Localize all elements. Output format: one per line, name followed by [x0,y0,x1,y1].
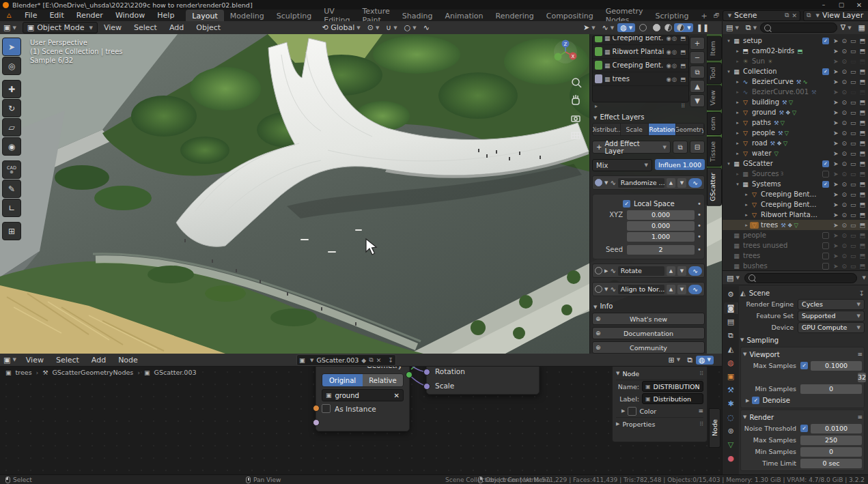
node-menu-item[interactable]: Node [112,356,144,365]
outliner-item-label[interactable]: Ribwort Plantain Big S [761,211,819,218]
disable-render-toggle-icon[interactable]: ⬒ [859,242,865,249]
disable-render-toggle-icon[interactable]: ⬒ [859,38,865,44]
xray-toggle[interactable]: ◍▼ [617,23,635,32]
outliner-search-input[interactable] [760,23,837,33]
view-layer[interactable]: ⧉ [724,330,738,341]
disable-render-toggle-icon[interactable]: ⬒ [859,171,865,177]
snapping-icon[interactable]: ⊞▼ [665,356,684,365]
disable-viewport-toggle-icon[interactable]: ▭ [850,212,856,218]
collection-checkbox[interactable] [822,232,829,239]
selectable-toggle-icon[interactable]: ➤ [833,109,839,116]
outliner-row[interactable]: road ⚒❖∿☀⬒▽ ➤ ⊙ ▭ ⬒ [723,138,868,148]
layer-expand-icon[interactable]: ▼ [604,287,608,292]
workspace-tab[interactable]: Compositing [540,10,600,21]
hide-viewport-toggle-icon[interactable]: ⊙ [841,222,847,229]
disclosure-icon[interactable] [734,79,741,85]
node-menu-item[interactable]: View [20,356,50,365]
viewport-menu-item[interactable]: Add [163,23,190,32]
cursor-tool[interactable]: ◎ [2,57,21,75]
disable-render-toggle-icon[interactable]: ⬒ [859,89,865,96]
effect-tab[interactable]: Distribut... [593,124,621,135]
new-collection-button[interactable]: ▦ [855,23,868,32]
disable-viewport-toggle-icon[interactable]: ▭ [850,242,856,249]
move-tool[interactable]: ✚ [2,80,21,98]
hide-viewport-toggle-icon[interactable]: ⊙ [841,58,847,65]
outliner-item-label[interactable]: trees [761,221,778,229]
selectable-toggle-icon[interactable]: ➤ [833,68,839,75]
outliner-item-label[interactable]: trees [743,252,760,259]
hide-viewport-toggle-icon[interactable]: ⊙ [841,48,847,55]
outliner-row[interactable]: Creeping Bentgrass Fi ⚒❖∿☀⬒▽ ➤ ⊙ ▭ ⬒ [723,199,868,210]
node-menu-item[interactable]: Add [85,356,112,365]
viewport-menu-item[interactable]: Select [128,23,163,32]
disable-viewport-toggle-icon[interactable]: ▭ [850,263,856,270]
disable-render-toggle-icon[interactable]: ⬒ [859,253,865,259]
disable-render-toggle-icon[interactable]: ⬒ [859,150,865,157]
noise-threshold-field[interactable]: 0.1000 [811,361,862,371]
disclosure-icon[interactable] [743,202,750,208]
system-name[interactable]: Creeping Bent... [613,35,664,42]
sidebar-tab[interactable]: osm [707,112,722,135]
rotate-tool[interactable]: ↻ [2,99,21,117]
denoise-expand-icon[interactable]: ▶ [746,398,749,403]
disable-render-toggle-icon[interactable]: ⬒ [859,119,865,126]
copy-layer-button[interactable]: ⧉ [673,141,688,154]
outliner-row[interactable]: bushes ⚒❖∿☀⬒▽ ➤ ⊙ ▭ ⬒ [723,261,868,270]
disable-viewport-toggle-icon[interactable]: ▭ [850,38,856,44]
outliner-item-label[interactable]: Creeping Bentgrass Fi [761,201,819,208]
selectable-toggle-icon[interactable]: ➤ [833,58,839,65]
noise-threshold-checkbox[interactable]: ✓ [800,425,808,432]
menu-item[interactable]: File [18,11,43,20]
workspace-tab[interactable]: Shading [396,10,439,21]
editor-type-button[interactable]: ▣▼ [0,23,20,32]
setting-dropdown[interactable]: Cycles▼ [798,299,865,310]
layer-expand-icon[interactable]: ▶ [604,268,608,274]
transform-tool[interactable]: ◉ [2,137,21,156]
menu-item[interactable]: Window [109,11,151,20]
properties-options-icon[interactable]: ▼ [863,275,866,281]
collection-checkbox[interactable] [822,160,829,167]
disable-viewport-toggle-icon[interactable]: ▭ [850,130,856,137]
outliner-item-label[interactable]: Systems [752,180,781,188]
outliner-editor-type-button[interactable]: ▤▼ [723,23,742,32]
info-link-button[interactable]: ⊕ What's new [592,313,705,325]
xyz-value-field[interactable]: 1.000 [627,232,695,242]
selectable-toggle-icon[interactable]: ➤ [833,89,839,96]
as-instance-checkbox[interactable] [322,404,331,413]
disable-viewport-toggle-icon[interactable]: ▭ [850,68,856,75]
preset-menu-icon[interactable]: ≡ [698,408,703,414]
selectable-toggle-icon[interactable]: ➤ [833,48,839,55]
scene[interactable]: ◭ [724,343,738,355]
select-box-tool[interactable]: ➤ [2,38,21,56]
collection-checkbox[interactable] [822,68,829,75]
layer-enable-toggle[interactable] [595,285,602,293]
disclosure-icon[interactable] [725,69,732,74]
shading-wireframe-button[interactable] [635,24,651,31]
effect-layers-header[interactable]: ▼Effect Layers [593,113,705,121]
outliner-item-label[interactable]: cam02-birds [752,47,794,55]
minimize-button[interactable]: – [815,1,832,8]
scene-copy-icon[interactable]: ⧉ [785,12,789,19]
outliner-item-label[interactable]: BezierCurve.001 [752,88,809,96]
sampling-panel-header[interactable]: ▼Sampling [740,334,865,345]
layer-name[interactable]: Randomize ... [618,178,664,188]
node-editor-type-button[interactable]: ▣▼ [0,356,20,365]
disable-render-toggle-icon[interactable]: ⬒ [859,263,865,270]
particles[interactable]: ✱ [724,398,738,410]
toggle-option[interactable]: Original [322,374,363,386]
layer-enable-toggle[interactable] [595,267,602,274]
transform-orientation[interactable]: ⟲ Global▼ [318,23,363,32]
anim-dot[interactable]: • [697,246,701,253]
disable-render-toggle-icon[interactable]: ⬒ [859,181,865,188]
scale-tool[interactable]: ▱ [2,118,21,137]
disable-render-toggle-icon[interactable]: ⬒ [859,160,865,167]
outliner-row[interactable]: GScatter ⚒❖∿☀⬒▽ ➤ ⊙ ▭ ⬒ [723,158,868,169]
world[interactable]: ◍ [724,357,738,369]
add-cube-tool[interactable]: ⊞ [2,222,21,240]
collection-checkbox[interactable] [822,181,829,188]
disclosure-icon[interactable] [743,212,750,218]
layer-down-button[interactable]: ▼ [677,285,686,294]
physics[interactable]: ◌ [724,412,738,423]
outliner-item-label[interactable]: setup [743,37,762,44]
info-header[interactable]: ▼Info [593,302,705,310]
